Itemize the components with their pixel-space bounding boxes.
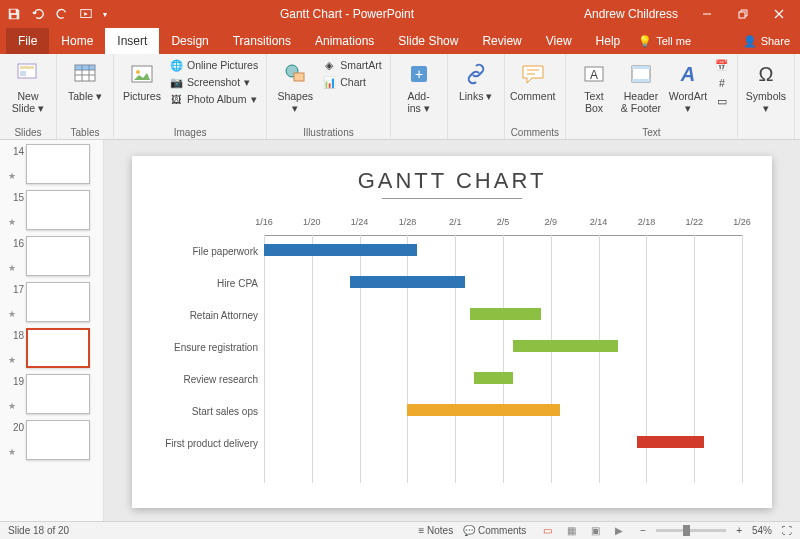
normal-view-icon[interactable]: ▭ — [536, 524, 558, 538]
menu-design[interactable]: Design — [159, 28, 220, 54]
pictures-button[interactable]: Pictures — [120, 57, 164, 103]
gantt-row: Review research — [264, 367, 742, 399]
restore-icon[interactable] — [726, 0, 760, 28]
tell-me[interactable]: 💡Tell me — [638, 28, 691, 54]
gantt-bar — [407, 404, 560, 416]
svg-rect-18 — [632, 66, 650, 69]
svg-rect-19 — [632, 79, 650, 82]
gantt-bar — [513, 340, 618, 352]
new-slide-button[interactable]: New Slide ▾ — [6, 57, 50, 114]
slide-thumbnail[interactable] — [26, 190, 90, 230]
zoom-in-icon[interactable]: + — [736, 525, 742, 536]
share-button[interactable]: 👤Share — [743, 28, 790, 54]
menu-view[interactable]: View — [534, 28, 584, 54]
minimize-icon[interactable] — [690, 0, 724, 28]
comments-button[interactable]: 💬 Comments — [463, 525, 526, 536]
table-button[interactable]: Table ▾ — [63, 57, 107, 103]
smartart-button[interactable]: ◈SmartArt — [320, 57, 383, 73]
addins-button[interactable]: +Add- ins ▾ — [397, 57, 441, 114]
chart-button[interactable]: 📊Chart — [320, 74, 383, 90]
slide-thumbnail[interactable] — [26, 144, 90, 184]
screenshot-button[interactable]: 📷Screenshot ▾ — [167, 74, 260, 90]
qat-customize-icon[interactable]: ▾ — [100, 4, 110, 24]
close-icon[interactable] — [762, 0, 796, 28]
svg-text:+: + — [415, 66, 423, 82]
notes-button[interactable]: ≡ Notes — [418, 525, 453, 536]
menu-home[interactable]: Home — [49, 28, 105, 54]
svg-rect-1 — [11, 15, 16, 19]
svg-rect-8 — [75, 65, 95, 70]
slide-thumbnail[interactable] — [26, 282, 90, 322]
chart-title: GANTT CHART — [154, 168, 750, 194]
gantt-row: Retain Attorney — [264, 303, 742, 335]
slide-counter[interactable]: Slide 18 of 20 — [8, 525, 69, 536]
gantt-chart: 1/161/201/241/282/12/52/92/142/181/221/2… — [264, 217, 742, 487]
svg-text:A: A — [680, 63, 695, 85]
svg-point-10 — [136, 70, 140, 74]
menu-insert[interactable]: Insert — [105, 28, 159, 54]
slide-canvas-area[interactable]: GANTT CHART 1/161/201/241/282/12/52/92/1… — [104, 140, 800, 521]
online-pictures-button[interactable]: 🌐Online Pictures — [167, 57, 260, 73]
zoom-out-icon[interactable]: − — [640, 525, 646, 536]
menu-help[interactable]: Help — [584, 28, 633, 54]
menu-transitions[interactable]: Transitions — [221, 28, 303, 54]
redo-icon[interactable] — [52, 4, 72, 24]
wordart-button[interactable]: AWordArt ▾ — [666, 57, 710, 114]
title-bar: ▾ Gantt Chart - PowerPoint Andrew Childr… — [0, 0, 800, 28]
svg-rect-5 — [20, 66, 34, 69]
slide-thumbnail-panel[interactable]: 14★15★16★17★18★19★20★ — [0, 140, 104, 521]
zoom-slider[interactable] — [656, 529, 726, 532]
svg-text:A: A — [590, 68, 598, 82]
undo-icon[interactable] — [28, 4, 48, 24]
quick-access-toolbar: ▾ — [4, 4, 110, 24]
gantt-bar — [264, 244, 417, 256]
gantt-bar — [474, 372, 512, 384]
slide-thumbnail[interactable] — [26, 236, 90, 276]
fit-to-window-icon[interactable]: ⛶ — [782, 525, 792, 536]
shapes-button[interactable]: Shapes ▾ — [273, 57, 317, 114]
ribbon: New Slide ▾ Slides Table ▾ Tables Pictur… — [0, 54, 800, 140]
sorter-view-icon[interactable]: ▦ — [560, 524, 582, 538]
header-footer-button[interactable]: Header & Footer — [619, 57, 663, 114]
slide-number-button[interactable]: # — [713, 75, 731, 91]
slide-thumbnail[interactable] — [26, 328, 90, 368]
gantt-row: Hire CPA — [264, 271, 742, 303]
gantt-bar — [350, 276, 465, 288]
lightbulb-icon: 💡 — [638, 35, 652, 48]
menu-file[interactable]: File — [6, 28, 49, 54]
svg-rect-6 — [20, 71, 26, 76]
view-buttons: ▭ ▦ ▣ ▶ — [536, 524, 630, 538]
comment-button[interactable]: Comment — [511, 57, 555, 103]
slideshow-view-icon[interactable]: ▶ — [608, 524, 630, 538]
zoom-level[interactable]: 54% — [752, 525, 772, 536]
slide[interactable]: GANTT CHART 1/161/201/241/282/12/52/92/1… — [132, 156, 772, 508]
menu-review[interactable]: Review — [470, 28, 533, 54]
date-time-button[interactable]: 📅 — [713, 57, 731, 73]
window-title: Gantt Chart - PowerPoint — [110, 7, 584, 21]
gantt-row: Ensure registration — [264, 335, 742, 367]
slide-thumbnail[interactable] — [26, 420, 90, 460]
menu-animations[interactable]: Animations — [303, 28, 386, 54]
symbols-button[interactable]: ΩSymbols ▾ — [744, 57, 788, 114]
menu-bar: FileHomeInsertDesignTransitionsAnimation… — [0, 28, 800, 54]
svg-rect-0 — [11, 10, 16, 14]
share-icon: 👤 — [743, 35, 757, 48]
gantt-row: File paperwork — [264, 239, 742, 271]
links-button[interactable]: Links ▾ — [454, 57, 498, 103]
workspace: 14★15★16★17★18★19★20★ GANTT CHART 1/161/… — [0, 140, 800, 521]
start-from-beginning-icon[interactable] — [76, 4, 96, 24]
text-box-button[interactable]: AText Box — [572, 57, 616, 114]
status-bar: Slide 18 of 20 ≡ Notes 💬 Comments ▭ ▦ ▣ … — [0, 521, 800, 539]
svg-rect-12 — [294, 73, 304, 81]
object-button[interactable]: ▭ — [713, 93, 731, 109]
user-name[interactable]: Andrew Childress — [584, 7, 678, 21]
slide-thumbnail[interactable] — [26, 374, 90, 414]
menu-slide-show[interactable]: Slide Show — [386, 28, 470, 54]
gantt-row: First product delivery — [264, 431, 742, 463]
save-icon[interactable] — [4, 4, 24, 24]
photo-album-button[interactable]: 🖼Photo Album ▾ — [167, 91, 260, 107]
gantt-row: Start sales ops — [264, 399, 742, 431]
gantt-bar — [637, 436, 704, 448]
gantt-bar — [470, 308, 542, 320]
reading-view-icon[interactable]: ▣ — [584, 524, 606, 538]
